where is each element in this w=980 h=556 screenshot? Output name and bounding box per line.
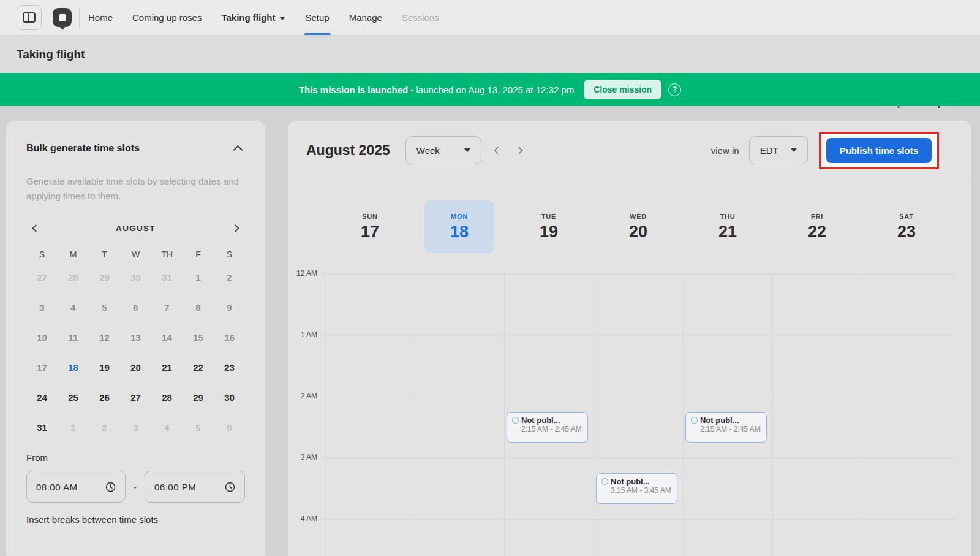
mini-calendar-date[interactable]: 25	[58, 392, 89, 403]
status-circle-icon	[512, 417, 519, 424]
mini-calendar-date[interactable]: 4	[151, 422, 183, 433]
panel-title: Bulk generate time slots	[26, 143, 140, 154]
nav-item[interactable]: Manage	[349, 0, 382, 35]
nav-item-label: Manage	[349, 12, 382, 23]
mini-calendar-date[interactable]: 15	[183, 332, 214, 343]
mini-calendar-date[interactable]: 5	[183, 422, 214, 433]
bulk-generate-panel: Bulk generate time slots Generate availa…	[6, 121, 265, 556]
mini-calendar-date[interactable]: 14	[151, 332, 183, 343]
chevron-down-icon	[279, 17, 285, 20]
title-bar: Taking flight	[0, 36, 980, 73]
mini-calendar-date[interactable]: 21	[151, 362, 183, 373]
mini-calendar-dow: T	[89, 249, 120, 259]
time-slot-event[interactable]: Not publ... 2:15 AM - 2:45 AM	[507, 412, 588, 443]
nav-items: Home Coming up roses Taking flight Setup…	[88, 0, 439, 35]
mini-calendar-date[interactable]: 29	[183, 392, 214, 403]
time-range-separator: -	[126, 482, 145, 492]
mini-calendar-date[interactable]: 23	[214, 362, 245, 373]
mini-calendar-date[interactable]: 1	[183, 272, 214, 283]
mini-calendar-date[interactable]: 18	[58, 362, 89, 373]
mini-calendar-date[interactable]: 17	[26, 362, 58, 373]
mini-calendar-date[interactable]: 12	[89, 332, 120, 343]
time-slot-event[interactable]: Not publ... 2:15 AM - 2:45 AM	[685, 412, 767, 443]
event-title: Not publ...	[700, 416, 739, 425]
mini-calendar-date[interactable]: 19	[89, 362, 120, 373]
mini-calendar-date[interactable]: 7	[151, 302, 183, 313]
nav-item-label: Sessions	[402, 12, 439, 23]
mini-calendar-dates: 27 28 29 30 31 1 2 3 4 5 6 7 8 9 10	[26, 262, 245, 443]
mini-calendar-date[interactable]: 8	[183, 302, 214, 313]
mini-calendar-date[interactable]: 5	[89, 302, 120, 313]
mini-calendar-dow: M	[58, 249, 89, 259]
nav-item[interactable]: Taking flight	[221, 0, 285, 35]
mini-calendar-date[interactable]: 29	[89, 272, 120, 283]
time-from-value: 08:00 AM	[36, 482, 77, 492]
mini-calendar-dow: W	[120, 249, 151, 259]
page-title: Taking flight	[17, 48, 85, 61]
mini-calendar-date[interactable]: 26	[89, 392, 120, 403]
nav-item-label: Home	[88, 12, 113, 23]
mini-calendar-date[interactable]: 13	[120, 332, 151, 343]
time-slot-event[interactable]: Not publ... 3:15 AM - 3:45 AM	[596, 473, 677, 504]
mini-calendar-date[interactable]: 3	[26, 302, 58, 313]
sidebar-panel-icon	[23, 12, 36, 23]
mini-calendar-date[interactable]: 16	[214, 332, 245, 343]
mini-calendar-date[interactable]: 1	[58, 422, 89, 433]
mini-calendar-date[interactable]: 27	[120, 392, 151, 403]
mini-calendar-prev-icon[interactable]	[32, 224, 40, 232]
mini-calendar-month-label: AUGUST	[116, 224, 156, 233]
event-time: 3:15 AM - 3:45 AM	[611, 486, 675, 495]
nav-item[interactable]: Coming up roses	[132, 0, 202, 35]
event-time: 2:15 AM - 2:45 AM	[700, 425, 764, 433]
calendar-panel: August 2025 Week view in EDT Publish tim…	[288, 121, 971, 556]
mini-calendar-date[interactable]: 28	[58, 272, 89, 283]
nav-item-label: Coming up roses	[132, 12, 202, 23]
status-circle-icon	[601, 478, 608, 485]
mini-calendar-date[interactable]: 3	[120, 422, 151, 433]
mini-calendar-dow: TH	[151, 249, 183, 259]
nav-item[interactable]: Sessions	[402, 0, 439, 35]
event-title: Not publ...	[611, 477, 650, 486]
nav-item[interactable]: Home	[88, 0, 113, 35]
collapse-chevron-up-icon[interactable]	[233, 145, 243, 155]
mini-calendar-date[interactable]: 22	[183, 362, 214, 373]
nav-divider	[79, 7, 80, 28]
event-time: 2:15 AM - 2:45 AM	[521, 425, 586, 433]
banner-text: This mission is launched - launched on A…	[299, 85, 574, 95]
from-label: From	[26, 452, 245, 463]
time-to-input[interactable]: 06:00 PM	[145, 471, 245, 503]
mini-calendar-date[interactable]: 6	[214, 422, 245, 433]
mini-calendar-date[interactable]: 30	[120, 272, 151, 283]
mini-calendar-date[interactable]: 31	[26, 422, 58, 433]
app-logo-icon[interactable]	[53, 8, 72, 27]
mini-calendar-date[interactable]: 6	[120, 302, 151, 313]
mini-calendar-date[interactable]: 2	[89, 422, 120, 433]
top-nav: Home Coming up roses Taking flight Setup…	[0, 0, 980, 36]
nav-item[interactable]: Setup	[305, 0, 329, 35]
mini-calendar-date[interactable]: 30	[214, 392, 245, 403]
mini-calendar-date[interactable]: 31	[151, 272, 183, 283]
mini-calendar-date[interactable]: 9	[214, 302, 245, 313]
mini-calendar-dow: S	[26, 249, 58, 259]
mini-calendar-dow: F	[183, 249, 214, 259]
mini-calendar-date[interactable]: 27	[26, 272, 58, 283]
help-icon[interactable]: ?	[668, 83, 681, 96]
mini-calendar-date[interactable]: 20	[120, 362, 151, 373]
time-from-input[interactable]: 08:00 AM	[26, 471, 126, 503]
mini-calendar-next-icon[interactable]	[232, 224, 239, 232]
banner-text-bold: This mission is launched	[299, 85, 408, 95]
mini-calendar-date[interactable]: 24	[26, 392, 58, 403]
clock-icon	[105, 482, 116, 492]
sidebar-toggle-button[interactable]	[17, 5, 42, 30]
close-mission-button[interactable]: Close mission	[584, 80, 662, 99]
mini-calendar-date[interactable]: 11	[58, 332, 89, 343]
mini-calendar-date[interactable]: 28	[151, 392, 183, 403]
time-to-value: 06:00 PM	[154, 482, 196, 492]
banner-text-rest: - launched on Aug 13, 2025 at 12:32 pm	[408, 85, 574, 95]
mini-calendar-dow: S	[214, 249, 245, 259]
mini-calendar-date[interactable]: 10	[26, 332, 58, 343]
mini-calendar-date[interactable]: 2	[214, 272, 245, 283]
mini-calendar-date[interactable]: 4	[58, 302, 89, 313]
event-title: Not publ...	[521, 416, 560, 425]
insert-breaks-label: Insert breaks between time slots	[26, 514, 245, 525]
